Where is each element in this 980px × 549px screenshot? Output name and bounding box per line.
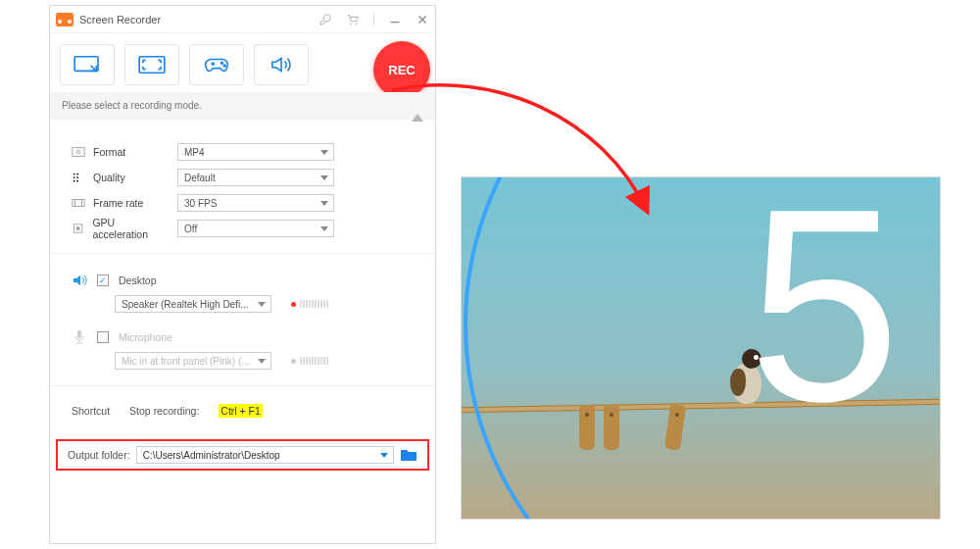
hint-bar: Please select a recording mode. [50, 92, 435, 120]
key-icon[interactable] [318, 13, 332, 26]
gpu-icon [72, 222, 84, 235]
microphone-checkbox[interactable] [97, 331, 109, 343]
setting-row-gpu: GPU acceleration Off [72, 216, 414, 241]
svg-point-12 [76, 174, 78, 175]
mode-game-button[interactable] [189, 44, 244, 85]
svg-point-14 [76, 180, 78, 182]
microphone-icon [72, 329, 87, 345]
svg-point-0 [350, 23, 352, 25]
record-button[interactable]: REC [373, 41, 430, 98]
svg-rect-19 [76, 226, 79, 229]
shortcut-row: Shortcut Stop recording: Ctrl + F1 [50, 386, 435, 439]
record-button-label: REC [388, 63, 415, 77]
mode-audio-button[interactable] [254, 44, 309, 85]
quality-label: Quality [93, 172, 125, 183]
microphone-label: Microphone [119, 331, 172, 343]
format-select[interactable]: MP4 [177, 143, 334, 161]
speaker-icon [72, 273, 87, 288]
settings-panel: Format MP4 Quality Default Frame rate 30… [50, 120, 435, 254]
format-icon [72, 145, 85, 159]
audio-row-desktop-device: Speaker (Realtek High Defi... [72, 291, 414, 317]
setting-row-fps: Frame rate 30 FPS [72, 190, 414, 216]
svg-point-9 [74, 174, 75, 175]
svg-point-8 [76, 150, 80, 154]
gpu-label: GPU acceleration [92, 217, 170, 240]
shortcut-stop-key: Ctrl + F1 [219, 404, 263, 418]
svg-rect-4 [139, 57, 165, 74]
audio-row-desktop: Desktop [72, 270, 414, 291]
svg-rect-20 [77, 330, 81, 338]
svg-point-13 [76, 176, 78, 178]
svg-point-11 [74, 180, 75, 182]
close-button[interactable] [416, 13, 429, 26]
app-title: Screen Recorder [79, 14, 161, 25]
svg-point-10 [74, 176, 75, 178]
hint-text: Please select a recording mode. [62, 100, 202, 111]
desktop-device-select[interactable]: Speaker (Realtek High Defi... [115, 295, 271, 313]
format-label: Format [93, 146, 125, 158]
fps-label: Frame rate [93, 197, 143, 209]
app-logo-icon [56, 13, 74, 26]
svg-point-5 [221, 62, 223, 64]
minimize-button[interactable] [388, 13, 402, 26]
quality-icon [72, 171, 85, 184]
svg-rect-7 [73, 148, 84, 157]
countdown-number: 5 [748, 176, 901, 463]
setting-row-quality: Quality Default [72, 165, 414, 190]
mode-fullscreen-button[interactable] [124, 44, 179, 85]
microphone-device-select[interactable]: Mic in at front panel (Pink) (... [115, 352, 271, 370]
mode-bar: REC [50, 33, 435, 92]
shortcut-label: Shortcut [72, 405, 110, 417]
audio-row-microphone: Microphone [72, 326, 414, 348]
desktop-level-meter [291, 300, 328, 308]
audio-panel: Desktop Speaker (Realtek High Defi... Mi… [50, 254, 435, 386]
titlebar: Screen Recorder [50, 6, 435, 33]
output-folder-row: Output folder: C:\Users\Administrator\De… [56, 439, 429, 471]
desktop-label: Desktop [119, 274, 157, 286]
output-folder-label: Output folder: [68, 449, 130, 461]
microphone-level-meter [291, 357, 328, 365]
svg-point-1 [356, 23, 358, 25]
setting-row-format: Format MP4 [72, 139, 414, 165]
desktop-checkbox[interactable] [97, 274, 109, 286]
shortcut-stop-label: Stop recording: [129, 405, 199, 417]
output-folder-path[interactable]: C:\Users\Administrator\Desktop [136, 446, 394, 464]
svg-rect-15 [73, 200, 84, 207]
audio-row-microphone-device: Mic in at front panel (Pink) (... [72, 348, 414, 374]
mode-screen-button[interactable] [60, 44, 115, 85]
gpu-select[interactable]: Off [177, 220, 334, 237]
cart-icon[interactable] [346, 13, 360, 26]
fps-icon [72, 196, 85, 210]
countdown-preview: 5 [461, 176, 941, 520]
browse-folder-button[interactable] [400, 447, 417, 463]
fps-select[interactable]: 30 FPS [177, 194, 334, 212]
svg-point-6 [223, 65, 225, 67]
quality-select[interactable]: Default [177, 169, 334, 186]
screen-recorder-window: Screen Recorder [49, 5, 436, 544]
